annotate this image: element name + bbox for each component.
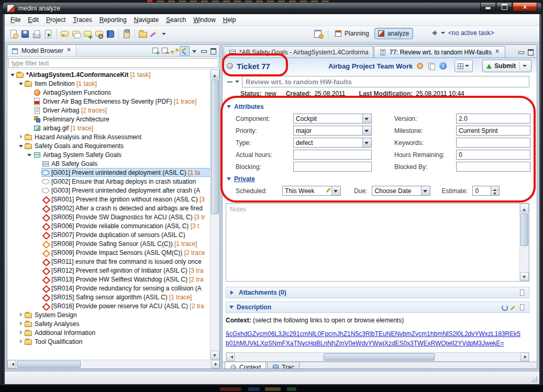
tab-trac[interactable]: Trac [267,362,300,369]
description-horizontal-scrollbar[interactable] [226,352,529,362]
summary-field[interactable]: Review wrt. to random HW-faults [242,76,529,87]
tree-item[interactable]: airbag.gif [1 trace] [7,124,210,132]
tree-item[interactable]: [G002] Ensure that Airbag deploys in cra… [7,177,210,186]
scroll-right-icon[interactable] [211,360,219,368]
combo-dropdown-icon[interactable] [362,138,371,147]
new-note-icon[interactable] [82,29,93,39]
keywords-field[interactable] [456,138,530,148]
tree-item[interactable]: Driver Air Bag Effectiveness by Severity… [7,97,210,106]
tree-horizontal-scrollbar[interactable] [7,360,219,368]
due-combo[interactable]: Choose Date [372,186,430,196]
expand-all-icon[interactable] [151,47,160,55]
new-wizard-icon[interactable] [8,29,19,39]
tree-item[interactable]: Safety Analyses [7,319,210,328]
milestone-field[interactable]: Current Sprint [456,126,530,136]
tree-item[interactable]: Airbag System Safety Goals [7,150,210,159]
tree-item[interactable]: [G001] Prevent unintended deployment (AS… [7,168,210,177]
scroll-right-icon[interactable] [520,353,529,361]
combo-dropdown-icon[interactable] [362,126,371,135]
gear-icon[interactable] [416,62,424,70]
stepper-up-icon[interactable] [491,186,499,191]
description-section-header[interactable]: Description [226,301,529,313]
trace-wizard-icon[interactable] [149,29,160,39]
resize-grip[interactable] [531,376,538,383]
link-with-editor-icon[interactable] [180,46,190,56]
menu-traces[interactable]: Traces [69,15,95,25]
filter-input[interactable] [8,58,218,68]
combo-dropdown-icon[interactable] [331,186,340,195]
minimize-view-icon[interactable] [200,47,208,55]
blocked-by-field[interactable] [456,162,530,172]
menu-reporting[interactable]: Reporting [96,15,130,25]
maximize-view-icon[interactable] [209,47,218,55]
scroll-left-icon[interactable] [226,353,235,361]
copy-icon[interactable] [427,62,436,70]
comments-icon[interactable] [71,29,81,39]
attachments-section-header[interactable]: Attachments (0) [226,287,529,298]
scroll-thumb[interactable] [520,214,528,246]
maximize-editor-icon[interactable] [526,48,535,56]
menu-navigate[interactable]: Navigate [130,15,162,25]
tree-item[interactable]: Hazard Analysis and Risk Assessment [7,132,210,141]
menu-edit[interactable]: Edit [24,15,42,25]
attributes-section-header[interactable]: Attributes [223,102,537,112]
minimize-button[interactable] [480,3,496,12]
tree-item[interactable]: Item Definition [1 task] [7,79,210,88]
view-menu-icon[interactable] [190,47,199,55]
clipboard-icon[interactable] [121,29,132,39]
twistie-open-icon[interactable] [18,141,25,150]
submit-button[interactable]: Submit [482,60,531,72]
tree-item[interactable]: [SR013] Provide HW Selftest Watchdog (AS… [7,275,210,284]
chevron-down-icon[interactable] [235,80,240,84]
notes-textarea[interactable]: Notes [226,203,529,282]
print-icon[interactable] [31,29,42,39]
edit-icon[interactable] [509,304,517,311]
perspective-analyze[interactable]: analyze [374,28,413,39]
tree-item[interactable]: [SR016] Provide power reserve for ACU (A… [7,301,210,310]
priority-field[interactable]: major [293,126,372,136]
toolbar-dropdown-icon[interactable] [161,29,167,39]
combo-dropdown-icon[interactable] [421,186,430,195]
export-icon[interactable] [43,29,53,39]
scroll-down-icon[interactable] [210,351,219,360]
combo-dropdown-icon[interactable] [362,114,371,123]
info-icon[interactable] [439,62,447,70]
tree-item[interactable]: [G003] Prevent unintended deployment aft… [7,186,210,195]
collapse-all-icon[interactable] [161,47,170,55]
scroll-up-icon[interactable] [520,204,529,212]
scroll-thumb[interactable] [211,80,219,214]
perspective-planning[interactable]: Planning [332,28,373,39]
scroll-thumb[interactable] [17,361,81,368]
tree-item[interactable]: [SR014] Provide redundancy for sensing a… [7,284,210,293]
menu-search[interactable]: Search [162,15,190,25]
scroll-track[interactable] [16,360,211,368]
stepper-down-icon[interactable] [491,191,499,195]
actual-hours-field[interactable] [293,150,372,160]
tree-item[interactable]: AB Safety Goals [7,159,210,168]
back-dropdown-icon[interactable] [441,31,446,36]
tree-item[interactable]: [SR008] Provide Safing Sensor (ASIL C(C)… [7,239,210,248]
tab-context[interactable]: Context [225,362,266,369]
scroll-up-icon[interactable] [210,70,219,79]
tree-item[interactable]: [SR006] Provide reliable communication (… [7,221,210,230]
tree-item[interactable]: [SR015] Safing sensor algorithm (ASIL C)… [7,293,210,301]
layout-dropdown-button[interactable] [455,60,473,72]
tree-item[interactable]: [SR011] esnure that fire command is issu… [7,257,210,266]
twistie-open-icon[interactable] [26,150,33,159]
tree-item[interactable]: Driver Airbag [2 traces] [7,106,210,115]
scroll-left-icon[interactable] [7,360,16,368]
tree-item[interactable]: [SR005] Provide SW Diagnostics for ACU (… [7,212,210,221]
tree-item[interactable]: [SR012] Prevent self-iginition of Initia… [7,266,210,275]
maximize-button[interactable] [496,3,512,12]
close-view-icon[interactable] [66,48,72,54]
open-element-icon[interactable] [138,29,148,39]
editor-tab-ticket-77[interactable]: 77: Review wrt. to random HW-faults [374,46,505,58]
estimate-stepper[interactable]: 0 [472,186,500,196]
tree-item[interactable]: Preliminary Architecture [7,115,210,124]
private-section-header[interactable]: Private [223,174,537,184]
twistie-closed-icon[interactable] [18,132,25,141]
menu-project[interactable]: Project [42,15,69,25]
twistie-closed-icon[interactable] [18,310,25,319]
tree-item[interactable]: [SR002] After a crash is detected and ai… [7,204,210,212]
tree-item[interactable]: AirbagSystem Functions [7,88,210,97]
